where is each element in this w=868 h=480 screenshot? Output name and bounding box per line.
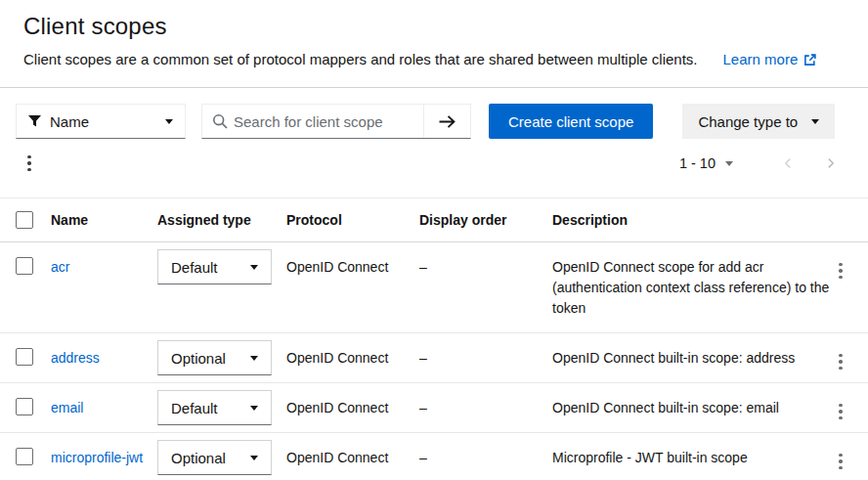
assigned-type-select[interactable]: Default (157, 390, 272, 425)
search-group (201, 104, 471, 139)
description-cell: Microprofile - JWT built-in scope (552, 433, 831, 480)
caret-down-icon (250, 456, 258, 460)
chevron-right-icon (824, 156, 838, 170)
page-description: Client scopes are a common set of protoc… (23, 49, 698, 69)
display-order-cell: – (419, 333, 552, 382)
column-header-name: Name (51, 198, 157, 241)
caret-down-icon (250, 265, 258, 270)
filter-icon (28, 115, 41, 127)
previous-page-button[interactable] (766, 151, 809, 176)
row-checkbox[interactable] (16, 348, 33, 366)
assigned-type-value: Default (171, 400, 218, 416)
assigned-type-select[interactable]: Default (157, 249, 272, 284)
assigned-type-select[interactable]: Optional (157, 340, 272, 375)
kebab-icon (839, 404, 843, 420)
kebab-icon (839, 354, 843, 371)
pagination: 1 - 10 (679, 151, 852, 176)
caret-down-icon (250, 356, 258, 361)
scope-name-link[interactable]: email (51, 398, 83, 418)
display-order-cell: – (419, 433, 552, 480)
table-row: address Optional OpenID Connect – OpenID… (0, 333, 868, 383)
caret-down-icon (725, 161, 733, 166)
kebab-icon (27, 155, 31, 172)
page-title: Client scopes (23, 12, 845, 41)
table-toolbar: Name Create client scope Change type to (0, 88, 868, 176)
create-client-scope-button[interactable]: Create client scope (489, 104, 653, 139)
external-link-icon (803, 54, 816, 66)
row-actions-kebab-button[interactable] (833, 450, 848, 474)
scope-name-link[interactable]: address (51, 348, 100, 369)
learn-more-link[interactable]: Learn more (723, 49, 817, 69)
column-header-protocol: Protocol (286, 198, 419, 241)
row-checkbox[interactable] (16, 448, 33, 465)
assigned-type-value: Optional (171, 450, 226, 466)
column-header-assigned-type: Assigned type (157, 198, 286, 241)
table-row: acr Default OpenID Connect – OpenID Conn… (0, 242, 868, 333)
description-cell: OpenID Connect built-in scope: email (552, 383, 831, 432)
change-type-label: Change type to (698, 113, 798, 130)
search-input[interactable] (228, 105, 423, 138)
protocol-cell: OpenID Connect (286, 333, 419, 382)
caret-down-icon (165, 119, 173, 124)
pagination-range-dropdown[interactable]: 1 - 10 (679, 155, 733, 171)
search-icon (212, 113, 228, 129)
change-type-dropdown[interactable]: Change type to (682, 104, 835, 139)
kebab-icon (839, 263, 843, 280)
column-header-description: Description (552, 198, 831, 241)
client-scopes-table: Name Assigned type Protocol Display orde… (0, 197, 868, 480)
scope-name-link[interactable]: acr (51, 257, 69, 278)
description-cell: OpenID Connect scope for add acr (authen… (552, 242, 831, 332)
arrow-right-icon (438, 114, 456, 129)
chevron-left-icon (781, 156, 795, 170)
display-order-cell: – (419, 242, 552, 332)
search-submit-button[interactable] (423, 105, 470, 138)
caret-down-icon (250, 406, 258, 411)
protocol-cell: OpenID Connect (286, 242, 419, 332)
row-actions-kebab-button[interactable] (833, 400, 848, 424)
assigned-type-value: Optional (171, 350, 226, 367)
page-header: Client scopes Client scopes are a common… (0, 0, 868, 88)
toolbar-kebab-button[interactable] (18, 152, 41, 176)
display-order-cell: – (419, 383, 552, 432)
row-actions-kebab-button[interactable] (833, 350, 848, 374)
scope-name-link[interactable]: microprofile-jwt (51, 448, 143, 468)
column-header-display-order: Display order (419, 198, 552, 241)
table-row: microprofile-jwt Optional OpenID Connect… (0, 433, 868, 480)
row-checkbox[interactable] (16, 398, 33, 415)
protocol-cell: OpenID Connect (286, 433, 419, 480)
select-all-checkbox[interactable] (16, 211, 33, 229)
kebab-icon (839, 454, 843, 470)
table-row: email Default OpenID Connect – OpenID Co… (0, 383, 868, 433)
protocol-cell: OpenID Connect (286, 383, 419, 432)
filter-type-label: Name (50, 113, 89, 130)
assigned-type-value: Default (171, 259, 218, 276)
learn-more-label: Learn more (723, 49, 799, 69)
assigned-type-select[interactable]: Optional (157, 440, 272, 475)
row-actions-kebab-button[interactable] (833, 259, 848, 284)
table-header-row: Name Assigned type Protocol Display orde… (0, 198, 868, 242)
caret-down-icon (811, 119, 819, 124)
next-page-button[interactable] (809, 151, 852, 176)
description-cell: OpenID Connect built-in scope: address (552, 333, 831, 382)
pagination-range: 1 - 10 (679, 155, 716, 171)
filter-type-select[interactable]: Name (16, 104, 186, 139)
row-checkbox[interactable] (16, 257, 33, 275)
